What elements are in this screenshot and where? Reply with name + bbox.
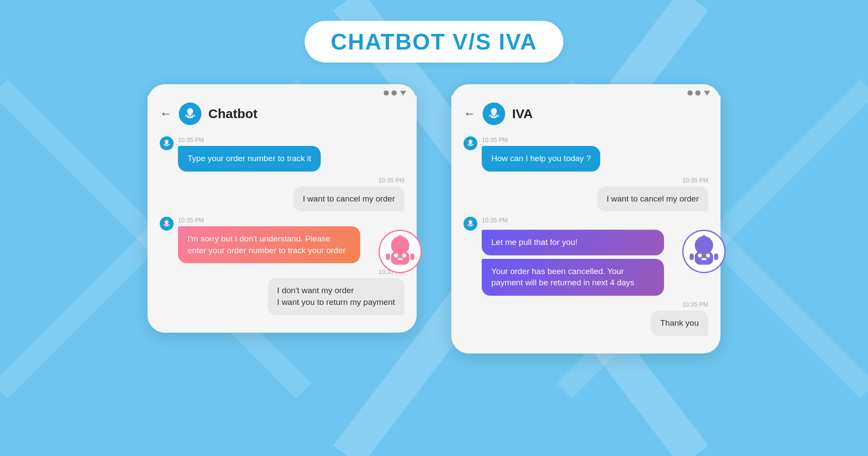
chatbot-time-3: 10:35 PM [178,217,360,224]
chatbot-status-bar [148,84,417,96]
chatbot-bubble-2: I want to cancel my order [293,186,404,212]
iva-bot-avatar-2 [464,217,477,231]
iva-bubble-4: Thank you [651,311,708,336]
iva-time-2: 10:35 PM [464,177,708,184]
svg-point-72 [706,254,710,258]
iva-status-bar [451,84,720,96]
svg-rect-58 [467,144,468,145]
iva-header: ← IVA [451,96,720,132]
chatbot-back-button[interactable]: ← [160,107,172,121]
chatbot-chat-area: 10:35 PM Type your order number to track… [148,132,417,320]
svg-point-53 [469,144,470,145]
iva-bubble-1: How can I help you today ? [482,146,600,172]
iva-time-1: 10:35 PM [482,136,600,143]
svg-point-20 [166,140,167,141]
chatbot-bot-avatar-2 [160,217,174,231]
svg-rect-49 [489,115,490,117]
chatbot-float-icon [380,231,421,272]
svg-rect-40 [386,254,390,260]
svg-rect-67 [467,224,468,225]
iva-msg-3: 10:35 PM Let me pull that for you! Your … [464,217,708,296]
svg-rect-14 [194,115,195,117]
chatbot-msg-3: 10:35 PM I'm sorry but I don't understan… [160,217,404,263]
svg-point-54 [471,144,472,145]
svg-point-44 [491,115,493,116]
chatbot-bubble-3: I'm sorry but I don't understand. Please… [178,226,360,263]
iva-bot-icon-1 [466,139,475,148]
chatbot-title: Chatbot [208,106,257,121]
svg-point-8 [187,115,189,116]
iva-phone: ← IVA [451,84,720,354]
chatbot-bubble-4: I don't want my order I want you to retu… [268,278,404,315]
iva-bot-icon-2 [466,219,475,228]
iva-avatar-icon [487,107,501,121]
iva-bubble-3a: Let me pull that for you! [482,230,664,255]
svg-point-62 [469,224,470,225]
svg-rect-22 [164,144,164,145]
iva-float-face [682,230,726,273]
svg-rect-59 [473,144,473,145]
iva-bubble-2: I want to cancel my order [597,186,708,212]
chatbot-bot-avatar-1 [160,136,174,150]
status-dot-2 [391,90,397,96]
svg-point-65 [470,220,471,221]
iva-time-4: 10:35 PM [464,301,708,308]
chatbot-msg-1: 10:35 PM Type your order number to track… [160,136,404,172]
iva-bot-avatar-1 [464,136,477,150]
phones-container: ← Chatbot [148,84,720,354]
svg-rect-46 [493,116,495,117]
iva-msg-2: 10:35 PM I want to cancel my order [464,177,708,212]
chatbot-time-1: 10:35 PM [178,136,321,143]
svg-point-45 [495,115,496,116]
chatbot-avatar [179,102,201,125]
svg-point-56 [470,140,471,141]
chatbot-phone: ← Chatbot [148,84,417,333]
page-title-container: CHATBOT V/S IVA [305,21,563,63]
svg-point-63 [471,224,472,225]
chatbot-msg-2: 10:35 PM I want to cancel my order [160,177,404,212]
svg-point-36 [402,254,406,258]
svg-point-47 [493,108,495,109]
chatbot-avatar-icon [183,107,197,121]
svg-rect-37 [398,258,403,260]
svg-rect-77 [714,254,718,260]
svg-rect-19 [166,145,168,145]
iva-status-dot-1 [687,90,693,96]
svg-point-74 [702,235,706,239]
iva-back-button[interactable]: ← [464,107,476,121]
svg-rect-64 [470,225,471,226]
iva-status-triangle [704,91,710,96]
iva-msg-1: 10:35 PM How can I help you today ? [464,136,708,172]
iva-title: IVA [512,106,533,121]
svg-rect-76 [690,254,694,260]
svg-rect-23 [169,144,170,145]
iva-time-3: 10:35 PM [482,217,664,224]
svg-point-18 [167,144,168,145]
iva-chat-area: 10:35 PM How can I help you today ? 10:3… [451,132,720,340]
svg-rect-31 [164,224,164,225]
svg-point-35 [394,254,398,258]
svg-rect-50 [497,115,499,117]
svg-rect-73 [701,258,707,260]
svg-point-26 [165,224,166,225]
bot-icon-1 [162,139,171,148]
chatbot-time-2: 10:35 PM [160,177,404,184]
svg-rect-13 [185,115,187,117]
iva-bubble-3b: Your order has been cancelled. Your paym… [482,259,664,296]
iva-msg-4: 10:35 PM Thank you [464,301,708,336]
svg-rect-32 [169,224,170,225]
chatbot-msg-4: 10:35 PM I don't want my order I want yo… [160,268,404,315]
status-dot-1 [384,90,389,96]
iva-avatar [483,102,505,125]
svg-point-29 [166,220,167,221]
iva-float-icon [684,231,724,272]
iva-status-dot-2 [695,90,700,96]
svg-rect-41 [411,254,414,260]
svg-rect-68 [473,224,473,225]
page-title: CHATBOT V/S IVA [331,29,537,55]
bot-icon-2 [162,219,171,228]
svg-rect-55 [470,145,471,145]
svg-rect-28 [166,225,168,226]
chatbot-bubble-1: Type your order number to track it [178,146,321,172]
chatbot-header: ← Chatbot [148,96,417,132]
